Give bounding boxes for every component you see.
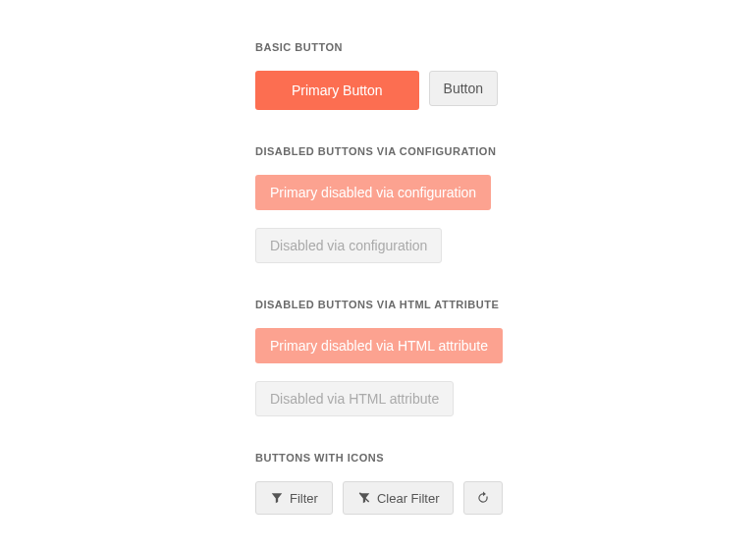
heading-disabled-config: DISABLED BUTTONS VIA CONFIGURATION [255,145,756,157]
heading-basic-button: BASIC BUTTON [255,41,756,53]
heading-disabled-html: DISABLED BUTTONS VIA HTML ATTRIBUTE [255,299,756,310]
button-row-icons: Filter Clear Filter [255,481,756,515]
primary-disabled-config-button: Primary disabled via configuration [255,175,491,210]
funnel-icon [270,491,284,505]
button-col-disabled-config: Primary disabled via configuration Disab… [255,175,756,263]
funnel-clear-icon [357,491,371,505]
heading-buttons-with-icons: BUTTONS WITH ICONS [255,452,756,464]
section-buttons-with-icons: BUTTONS WITH ICONS Filter Clear Filter [255,452,756,515]
section-basic-button: BASIC BUTTON Primary Button Button [255,41,756,110]
clear-filter-button[interactable]: Clear Filter [343,481,455,515]
section-disabled-html: DISABLED BUTTONS VIA HTML ATTRIBUTE Prim… [255,299,756,416]
refresh-button[interactable] [463,481,503,515]
default-disabled-html-button: Disabled via HTML attribute [255,381,454,416]
section-disabled-config: DISABLED BUTTONS VIA CONFIGURATION Prima… [255,145,756,263]
button-col-disabled-html: Primary disabled via HTML attribute Disa… [255,328,756,416]
filter-button[interactable]: Filter [255,481,333,515]
default-disabled-config-button: Disabled via configuration [255,228,442,263]
default-button[interactable]: Button [429,71,498,106]
filter-button-label: Filter [290,492,318,505]
button-row-basic: Primary Button Button [255,71,756,110]
primary-disabled-html-button: Primary disabled via HTML attribute [255,328,503,363]
refresh-icon [476,491,490,505]
primary-button[interactable]: Primary Button [255,71,419,110]
clear-filter-button-label: Clear Filter [377,492,440,505]
